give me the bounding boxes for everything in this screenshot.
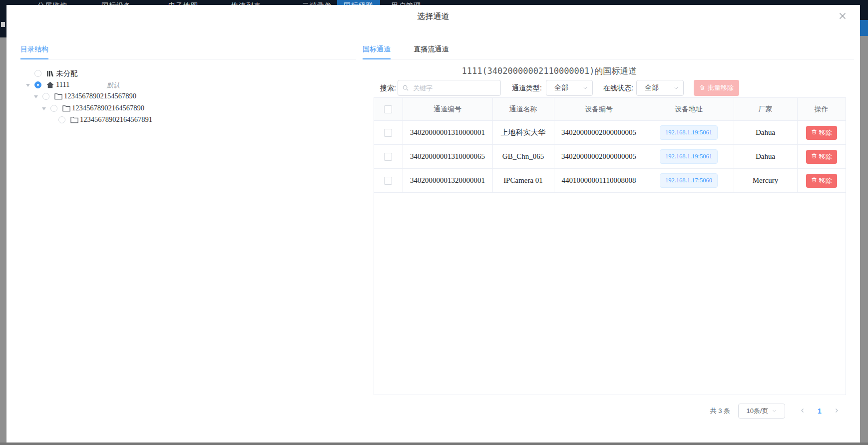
tab-live-stream-channel[interactable]: 直播流通道	[414, 39, 448, 59]
actions-cell: 移除	[797, 145, 846, 169]
header-checkbox-cell	[374, 98, 403, 121]
tree-radio[interactable]	[34, 70, 41, 77]
folder-icon	[62, 105, 70, 113]
column-header-actions: 操作	[797, 98, 846, 121]
chevron-right-icon	[834, 408, 840, 415]
tree-node[interactable]: 1111默认	[6, 79, 356, 91]
page-size-select[interactable]: 10条/页	[738, 404, 785, 419]
folder-icon	[70, 116, 78, 124]
channel-name-cell: GB_Chn_065	[492, 145, 554, 169]
row-checkbox[interactable]	[384, 153, 392, 161]
remove-button[interactable]: 移除	[806, 174, 837, 188]
nav-item-label: 电子地图	[168, 1, 198, 5]
column-header-label: 设备编号	[585, 105, 613, 113]
nav-item-label: 推流列表	[231, 1, 261, 5]
actions-cell: 移除	[797, 169, 846, 193]
caret-down-icon[interactable]	[42, 107, 46, 110]
device-address-cell: 192.168.1.19:5061	[644, 121, 734, 145]
nav-item-label: 分屏监控	[37, 1, 67, 5]
scrollbar-thumb[interactable]	[860, 20, 868, 36]
tree-node[interactable]: 12345678902154567890	[6, 91, 356, 102]
remove-button[interactable]: 移除	[806, 150, 837, 164]
next-page-button[interactable]	[828, 404, 845, 418]
page-edge-right	[860, 0, 868, 20]
vendor-value: Dahua	[756, 128, 775, 136]
prev-page-button[interactable]	[794, 404, 811, 418]
channel-number-cell-value: 34020000001310000065	[410, 152, 485, 160]
pagination-total: 共 3 条	[710, 407, 730, 416]
vendor-cell: Dahua	[734, 121, 797, 145]
column-header-label: 通道名称	[509, 105, 537, 113]
tab-directory-structure[interactable]: 目录结构	[20, 39, 48, 59]
device-address-tag: 192.168.1.19:5061	[660, 125, 718, 140]
device-number-cell: 44010000001110008008	[554, 169, 644, 193]
nav-item[interactable]: 电子地图	[168, 0, 198, 5]
nav-item[interactable]: 国标设备	[101, 0, 131, 5]
online-status-label: 在线状态:	[603, 80, 633, 96]
tree-node[interactable]: 未分配	[6, 68, 356, 79]
device-address-cell: 192.168.1.17:5060	[644, 169, 734, 193]
tree-radio[interactable]	[50, 105, 57, 112]
tree-node-label: 1111	[56, 80, 69, 89]
trash-icon	[811, 129, 817, 136]
remove-button-label: 移除	[819, 152, 832, 161]
vendor-cell: Dahua	[734, 145, 797, 169]
select-channel-modal: 选择通道 目录结构 未分配1111默认123456789021545678901…	[6, 5, 860, 443]
channel-type-select[interactable]: 全部	[546, 80, 593, 96]
tree-node-label: 12345678902154567890	[64, 92, 136, 100]
device-address-cell: 192.168.1.19:5061	[644, 145, 734, 169]
remove-button[interactable]: 移除	[806, 126, 837, 140]
modal-title: 选择通道	[6, 11, 860, 22]
tree-node[interactable]: 12345678902164567891	[6, 114, 356, 126]
chevron-down-icon	[582, 85, 592, 91]
tree-radio[interactable]	[58, 116, 65, 123]
channel-table: 通道编号通道名称设备编号设备地址厂家操作 3402000000131000000…	[374, 98, 846, 193]
column-header-label: 厂家	[759, 105, 773, 113]
online-status-value: 全部	[637, 83, 673, 92]
row-checkbox[interactable]	[384, 129, 392, 137]
close-icon	[839, 14, 847, 21]
column-header-channel-number: 通道编号	[403, 98, 492, 121]
current-page[interactable]: 1	[811, 407, 828, 415]
column-header-channel-name: 通道名称	[492, 98, 554, 121]
nav-item[interactable]: 分屏监控	[37, 0, 67, 5]
nav-item[interactable]: 用户管理	[391, 0, 421, 5]
device-number-cell-value: 34020000002000000005	[561, 152, 636, 160]
row-checkbox-cell	[374, 169, 403, 193]
nav-item-label: 云端录像	[302, 1, 332, 5]
channel-number-cell: 34020000001320000001	[403, 169, 492, 193]
column-header-device-address: 设备地址	[644, 98, 734, 121]
tree-radio[interactable]	[42, 93, 49, 100]
remove-button-label: 移除	[819, 128, 832, 137]
trash-icon	[811, 153, 817, 160]
page-edge-text-fragment	[1, 22, 5, 27]
channel-name-cell-value: 上地科实大华	[501, 128, 546, 136]
home-icon	[46, 81, 54, 89]
channel-name-cell: IPCamera 01	[492, 169, 554, 193]
caret-down-icon[interactable]	[34, 95, 38, 98]
search-input[interactable]	[398, 80, 501, 96]
tree-node[interactable]: 12345678902164567890	[6, 103, 356, 114]
nav-item[interactable]: 国标级联	[337, 0, 380, 5]
tree-node-label: 未分配	[56, 69, 78, 78]
caret-down-icon[interactable]	[26, 84, 30, 87]
top-navbar: 分屏监控国标设备电子地图推流列表云端录像国标级联用户管理	[0, 0, 868, 5]
tree-node-label: 12345678902164567890	[72, 104, 144, 112]
nav-item[interactable]: 云端录像	[302, 0, 332, 5]
channel-type-value: 全部	[546, 83, 582, 92]
online-status-select[interactable]: 全部	[636, 80, 684, 96]
select-all-checkbox[interactable]	[384, 105, 392, 113]
device-number-cell: 34020000002000000005	[554, 145, 644, 169]
close-button[interactable]	[837, 11, 848, 22]
batch-remove-button[interactable]: 批量移除	[694, 80, 739, 96]
tree-radio[interactable]	[34, 81, 41, 88]
search-box	[398, 80, 501, 96]
page-size-value: 10条/页	[746, 407, 768, 416]
tab-gb-channel[interactable]: 国标通道	[363, 39, 391, 59]
tree-node-label: 12345678902164567891	[80, 115, 152, 124]
nav-item-label: 国标级联	[344, 1, 374, 5]
page-edge-left	[0, 0, 6, 37]
nav-item-label: 国标设备	[101, 1, 131, 5]
nav-item[interactable]: 推流列表	[231, 0, 261, 5]
row-checkbox[interactable]	[384, 177, 392, 185]
